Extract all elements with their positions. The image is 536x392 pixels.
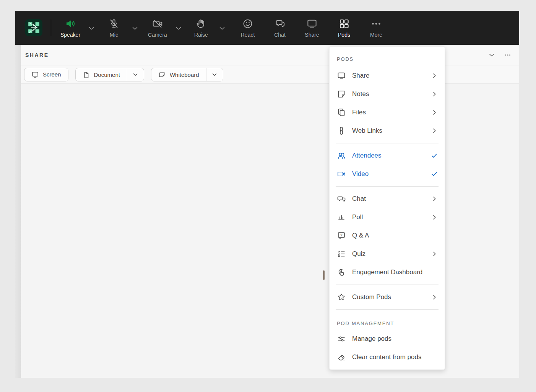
screen: Speaker Mic <box>0 0 536 392</box>
pods-grid-icon <box>338 18 350 29</box>
adobe-connect-logo[interactable] <box>25 19 42 36</box>
share-document-chevron[interactable] <box>127 68 144 81</box>
chevron-down-icon <box>131 24 139 33</box>
share-document-button[interactable]: Document <box>76 68 127 81</box>
menu-item-attendees[interactable]: Attendees <box>330 146 445 165</box>
share-document-split-button: Document <box>75 68 144 81</box>
more-button[interactable]: More <box>360 16 392 40</box>
engagement-icon <box>337 268 346 277</box>
left-gutter[interactable] <box>15 45 21 378</box>
raise-hand-icon <box>195 18 207 29</box>
share-screen-button[interactable]: Screen <box>24 68 68 81</box>
menu-item-qa[interactable]: ? Q & A <box>330 226 445 245</box>
menu-item-files[interactable]: Files <box>330 103 445 122</box>
react-button[interactable]: React <box>232 16 264 40</box>
camera-label: Camera <box>148 32 167 37</box>
menu-divider <box>336 143 439 143</box>
mic-label: Mic <box>110 32 118 37</box>
chevron-right-icon <box>430 213 438 221</box>
sliders-icon <box>337 334 346 343</box>
menu-item-share[interactable]: Share <box>330 67 445 85</box>
chevron-right-icon <box>430 293 438 301</box>
chevron-down-icon <box>218 24 226 33</box>
menu-item-poll[interactable]: Poll <box>330 208 445 226</box>
pods-menu-title: PODS <box>330 51 445 67</box>
whiteboard-icon <box>158 71 166 79</box>
chat-bubbles-icon <box>274 18 286 29</box>
share-pod-title: SHARE <box>25 52 49 58</box>
menu-divider <box>336 285 439 285</box>
chevron-right-icon <box>430 90 438 98</box>
link-icon <box>337 126 346 135</box>
pod-collapse-chevron[interactable] <box>486 50 497 60</box>
share-whiteboard-button[interactable]: Whiteboard <box>151 68 206 81</box>
mic-options-chevron[interactable] <box>128 23 142 33</box>
check-icon <box>430 152 438 159</box>
chevron-down-icon <box>211 71 218 78</box>
speaker-on-icon <box>65 18 76 29</box>
document-button-label: Document <box>94 72 120 78</box>
pods-menu: PODS Share Notes Files <box>329 46 445 370</box>
raise-label: Raise <box>194 32 208 37</box>
star-icon <box>337 293 346 302</box>
screen-share-icon <box>306 18 318 29</box>
chevron-right-icon <box>430 195 438 203</box>
qa-icon: ? <box>337 231 346 240</box>
menu-item-engagement-dashboard[interactable]: Engagement Dashboard <box>330 263 445 281</box>
attendees-icon <box>337 151 346 160</box>
files-icon <box>337 108 346 117</box>
share-label: Share <box>305 32 319 37</box>
chevron-down-icon <box>488 51 495 59</box>
notes-icon <box>337 89 346 99</box>
menu-item-chat[interactable]: Chat <box>330 190 445 208</box>
react-label: React <box>241 32 255 37</box>
more-dots-icon <box>370 18 382 29</box>
share-whiteboard-chevron[interactable] <box>206 68 223 81</box>
speaker-button[interactable]: Speaker <box>57 16 84 40</box>
menu-divider <box>336 309 439 310</box>
poll-icon <box>337 213 346 222</box>
speaker-options-chevron[interactable] <box>84 23 99 33</box>
menu-item-custom-pods[interactable]: Custom Pods <box>330 288 445 306</box>
document-icon <box>83 71 90 79</box>
pod-management-title: POD MANAGEMENT <box>330 313 445 330</box>
eraser-icon <box>337 353 346 362</box>
adobe-connect-logo-icon <box>25 19 42 36</box>
pod-options-menu-button[interactable] <box>502 50 513 60</box>
chat-button[interactable]: Chat <box>264 16 296 40</box>
smiley-icon <box>242 18 253 29</box>
chevron-right-icon <box>430 109 438 116</box>
chevron-down-icon <box>132 71 139 78</box>
share-pod-icon <box>337 71 346 80</box>
monitor-icon <box>31 71 39 78</box>
mic-muted-icon <box>108 18 120 29</box>
chevron-right-icon <box>430 127 438 135</box>
speaker-label: Speaker <box>60 32 80 37</box>
menu-item-quiz[interactable]: Quiz <box>330 245 445 263</box>
chevron-right-icon <box>430 72 438 80</box>
cursor-artifact <box>323 270 325 280</box>
chat-label: Chat <box>274 32 286 37</box>
pods-label: Pods <box>338 32 350 37</box>
share-button[interactable]: Share <box>296 16 328 40</box>
menu-item-manage-pods[interactable]: Manage pods <box>330 330 445 348</box>
menu-item-video[interactable]: Video <box>330 165 445 183</box>
menu-item-clear-content[interactable]: Clear content from pods <box>330 348 445 366</box>
mic-button[interactable]: Mic <box>100 16 128 40</box>
camera-options-chevron[interactable] <box>171 23 186 33</box>
raise-hand-button[interactable]: Raise <box>187 16 215 40</box>
menu-divider <box>336 186 439 187</box>
ellipsis-icon <box>504 51 512 59</box>
whiteboard-button-label: Whiteboard <box>170 72 199 78</box>
meeting-toolbar: Speaker Mic <box>15 11 519 45</box>
camera-off-icon <box>152 18 163 29</box>
screen-button-label: Screen <box>43 71 61 78</box>
check-icon <box>430 170 438 178</box>
menu-item-web-links[interactable]: Web Links <box>330 122 445 140</box>
camera-button[interactable]: Camera <box>144 16 171 40</box>
raise-options-chevron[interactable] <box>215 23 229 33</box>
more-label: More <box>370 32 382 37</box>
pods-button[interactable]: Pods <box>328 16 360 40</box>
menu-item-notes[interactable]: Notes <box>330 85 445 103</box>
quiz-checklist-icon <box>337 249 346 259</box>
